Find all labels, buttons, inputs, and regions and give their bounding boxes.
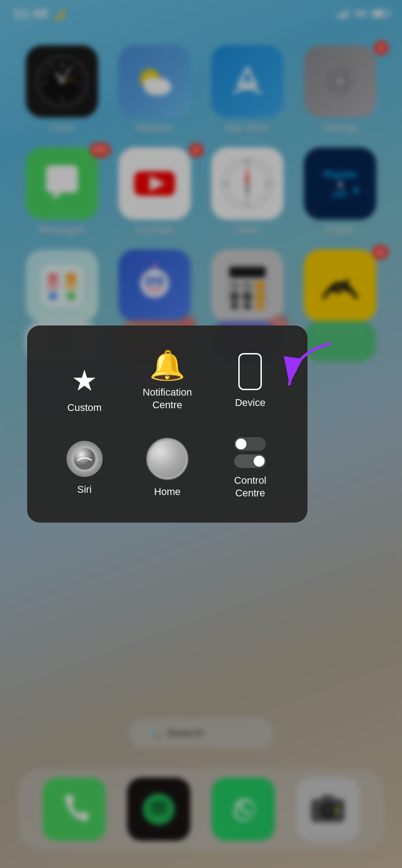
context-menu: 🔔 NotificationCentre Device ★ Custom [27, 326, 307, 523]
home-button-icon [147, 439, 188, 479]
siri-icon [66, 441, 103, 477]
home-label: Home [154, 486, 181, 499]
siri-icon-svg [73, 448, 96, 470]
menu-item-notification-centre[interactable]: 🔔 NotificationCentre [128, 351, 206, 412]
menu-item-control-centre[interactable]: ControlCentre [211, 437, 289, 500]
menu-item-custom[interactable]: ★ Custom [45, 366, 123, 415]
arrow-annotation [276, 339, 339, 393]
notification-centre-label: NotificationCentre [143, 386, 192, 412]
custom-label: Custom [67, 401, 102, 415]
menu-item-siri[interactable]: Siri [45, 441, 123, 496]
bell-icon: 🔔 [149, 351, 185, 380]
arrow-svg [276, 339, 339, 393]
toggle-knob-2 [254, 456, 265, 467]
control-centre-icon [234, 437, 266, 468]
star-icon: ★ [71, 366, 97, 395]
menu-item-home[interactable]: Home [128, 439, 206, 499]
device-icon [238, 353, 262, 390]
toggle-row-2 [234, 454, 266, 468]
control-centre-label: ControlCentre [234, 474, 266, 500]
toggle-row-1 [234, 437, 266, 451]
device-label: Device [235, 396, 265, 410]
siri-label: Siri [77, 483, 92, 496]
toggle-knob-1 [236, 439, 246, 449]
svg-point-79 [74, 448, 95, 470]
